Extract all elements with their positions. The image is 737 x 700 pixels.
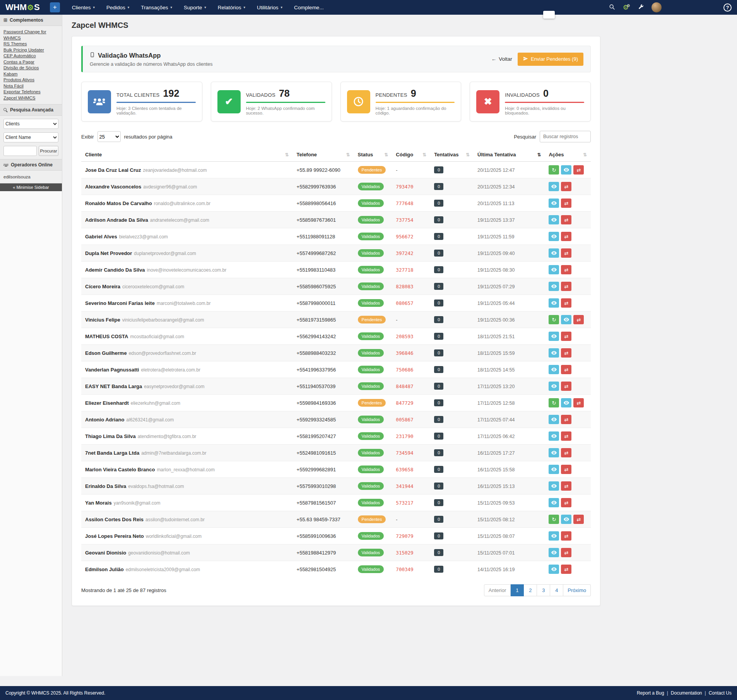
view-button[interactable] <box>549 448 559 457</box>
view-button[interactable] <box>549 215 559 224</box>
resend-button[interactable]: ↻ <box>549 315 559 324</box>
resend-button[interactable]: ↻ <box>549 165 559 175</box>
menu-item[interactable]: Transações ▾ <box>136 0 177 15</box>
pagination-button[interactable]: 4 <box>550 584 563 596</box>
client-name[interactable]: Gabriel Alves <box>85 234 117 240</box>
reset-button[interactable]: ⇄ <box>561 182 571 191</box>
client-name[interactable]: Yan Morais <box>85 500 112 506</box>
view-button[interactable] <box>549 548 559 557</box>
view-button[interactable] <box>549 565 559 574</box>
reset-button[interactable]: ⇄ <box>561 365 571 374</box>
client-name[interactable]: Ademir Candido Da Silva <box>85 267 145 273</box>
sidebar-addon-link[interactable]: Exportar Telefones <box>3 89 58 95</box>
view-button[interactable] <box>549 348 559 358</box>
search-button[interactable] <box>609 4 615 11</box>
client-name[interactable]: Geovani Dionisio <box>85 550 126 556</box>
column-header[interactable]: Ações ⇅ <box>545 148 591 162</box>
table-search-input[interactable] <box>540 131 591 142</box>
client-name[interactable]: Erinaldo Da Silva <box>85 483 126 489</box>
view-button[interactable] <box>561 315 571 324</box>
reset-button[interactable]: ⇄ <box>561 481 571 491</box>
client-name[interactable]: Jose Da Cruz Leal Cruz <box>85 167 141 173</box>
enviar-pendentes-button[interactable]: Enviar Pendentes (9) <box>518 53 583 66</box>
client-name[interactable]: Ronaldo Matos De Carvalho <box>85 200 152 206</box>
client-name[interactable]: Edson Guilherme <box>85 350 127 356</box>
reset-button[interactable]: ⇄ <box>561 465 571 474</box>
reset-button[interactable]: ⇄ <box>561 332 571 341</box>
client-name[interactable]: Cícero Moreira <box>85 284 120 289</box>
client-name[interactable]: Marlon Vieira Castelo Branco <box>85 467 155 472</box>
quick-add-button[interactable]: + <box>50 2 60 12</box>
view-button[interactable] <box>549 465 559 474</box>
client-name[interactable]: Assilon Cortes Dos Reis <box>85 517 144 522</box>
menu-item[interactable]: Pedidos ▾ <box>101 0 134 15</box>
reset-button[interactable]: ⇄ <box>561 265 571 274</box>
view-button[interactable] <box>561 165 571 175</box>
sidebar-addon-link[interactable]: Nota Fácil <box>3 83 58 89</box>
view-button[interactable] <box>549 365 559 374</box>
sidebar-addon-link[interactable]: Bulk Pricing Updater <box>3 47 58 53</box>
view-button[interactable] <box>549 282 559 291</box>
client-name[interactable]: MATHEUS COSTA <box>85 334 128 339</box>
reset-button[interactable]: ⇄ <box>561 248 571 258</box>
pagination-button[interactable]: 1 <box>511 584 524 596</box>
column-header[interactable]: Telefone ⇅ <box>293 148 354 162</box>
search-type-select[interactable]: Clients <box>3 119 58 129</box>
view-button[interactable] <box>549 531 559 541</box>
footer-link[interactable]: Documentation <box>671 690 709 696</box>
client-name[interactable]: Alexandre Vasconcelos <box>85 184 141 190</box>
view-button[interactable] <box>549 298 559 308</box>
sidebar-addon-link[interactable]: Divisão de Sócios <box>3 65 58 71</box>
view-button[interactable] <box>549 431 559 441</box>
reset-button[interactable]: ⇄ <box>573 165 584 175</box>
client-name[interactable]: Edmilson Julião <box>85 567 124 572</box>
voltar-button[interactable]: ← Voltar <box>491 56 512 62</box>
minimise-sidebar-button[interactable]: « Minimise Sidebar <box>0 183 62 191</box>
menu-item[interactable]: Suporte ▾ <box>179 0 211 15</box>
system-settings-button[interactable] <box>638 4 644 11</box>
reset-button[interactable]: ⇄ <box>561 565 571 574</box>
client-name[interactable]: Eliezer Eisenhardt <box>85 400 129 406</box>
client-name[interactable]: Adrilson Andrade Da Silva <box>85 217 148 223</box>
client-name[interactable]: Antonio Adriano <box>85 417 124 423</box>
sidebar-addon-link[interactable]: Password Change for WHMCS <box>3 29 58 41</box>
client-name[interactable]: Severino Marconi Farias leite <box>85 300 155 306</box>
client-name[interactable]: Thiago Lima Da Silva <box>85 433 136 439</box>
sidebar-addon-link[interactable]: Contas a Pagar <box>3 59 58 65</box>
reset-button[interactable]: ⇄ <box>561 298 571 308</box>
pagination-button[interactable]: Próximo <box>563 584 591 596</box>
reset-button[interactable]: ⇄ <box>561 431 571 441</box>
reset-button[interactable]: ⇄ <box>573 315 584 324</box>
reset-button[interactable]: ⇄ <box>561 282 571 291</box>
menu-item[interactable]: Relatórios ▾ <box>213 0 250 15</box>
sidebar-addon-link[interactable]: Zapcel WHMCS <box>3 95 58 101</box>
view-button[interactable] <box>549 382 559 391</box>
view-button[interactable] <box>549 199 559 208</box>
view-button[interactable] <box>549 248 559 258</box>
user-avatar[interactable] <box>652 2 662 12</box>
sidebar-addon-link[interactable]: CEP Automático <box>3 53 58 59</box>
client-name[interactable]: Dupla Net Provedor <box>85 250 132 256</box>
resend-button[interactable]: ↻ <box>549 398 559 407</box>
footer-link[interactable]: Contact Us <box>709 690 732 696</box>
column-header[interactable]: Última Tentativa ⇅ <box>474 148 545 162</box>
column-header[interactable]: Cliente ⇅ <box>81 148 293 162</box>
pagination-button[interactable]: 2 <box>524 584 537 596</box>
view-button[interactable] <box>549 232 559 241</box>
sidebar-addon-link[interactable]: Produtos Ativos <box>3 77 58 83</box>
sidebar-addon-link[interactable]: RS Themes <box>3 41 58 47</box>
reset-button[interactable]: ⇄ <box>573 398 584 407</box>
column-header[interactable]: Tentativas ⇅ <box>430 148 474 162</box>
view-button[interactable] <box>549 182 559 191</box>
reset-button[interactable]: ⇄ <box>561 498 571 507</box>
view-button[interactable] <box>561 398 571 407</box>
pagination-button[interactable]: Anterior <box>484 584 511 596</box>
page-size-select[interactable]: 25 <box>97 131 121 142</box>
column-header[interactable]: Status ⇅ <box>354 148 392 162</box>
menu-item[interactable]: Clientes ▾ <box>67 0 100 15</box>
reset-button[interactable]: ⇄ <box>561 199 571 208</box>
reset-button[interactable]: ⇄ <box>561 548 571 557</box>
client-name[interactable]: José Lopes Pereira Neto <box>85 533 144 539</box>
view-button[interactable] <box>549 265 559 274</box>
client-name[interactable]: Vanderlan Pagnussatti <box>85 367 139 373</box>
